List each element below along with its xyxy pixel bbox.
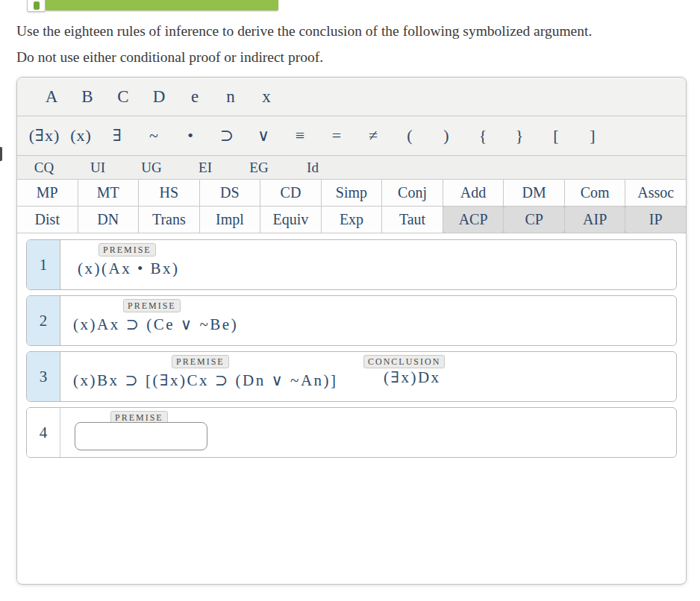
conclusion-formula: (∃x)Dx — [384, 368, 441, 387]
symbol-button-8[interactable]: = — [319, 126, 355, 145]
rule-button-Equiv[interactable]: Equiv — [260, 207, 321, 233]
premise-formula: (x)Bx ⊃ [(∃x)Cx ⊃ (Dn ∨ ~An)] — [73, 371, 338, 390]
rule-button-Dist[interactable]: Dist — [17, 207, 78, 233]
proof-line-1: 1PREMISE(x)(Ax • Bx) — [26, 239, 677, 290]
symbol-palette: (∃x)(x)∃~•⊃∨≡=≠(){}[] — [17, 116, 686, 156]
symbol-button-4[interactable]: • — [172, 126, 209, 145]
rule-button-HS[interactable]: HS — [139, 180, 199, 206]
letter-button-C[interactable]: C — [105, 87, 141, 107]
rule-button-Assoc[interactable]: Assoc — [625, 180, 686, 206]
progress-step-box — [27, 0, 46, 12]
rule-button-UI[interactable]: UI — [71, 156, 125, 179]
line-number: 3 — [27, 352, 60, 401]
symbol-button-7[interactable]: ≡ — [282, 126, 319, 145]
symbol-button-15[interactable]: ] — [575, 126, 611, 145]
rule-button-DM[interactable]: DM — [504, 180, 564, 206]
proof-line-3: 3PREMISE(x)Bx ⊃ [(∃x)Cx ⊃ (Dn ∨ ~An)]CON… — [26, 351, 677, 402]
letter-button-A[interactable]: A — [34, 87, 69, 107]
symbol-button-9[interactable]: ≠ — [355, 126, 392, 145]
rule-button-DN[interactable]: DN — [78, 207, 139, 233]
premise-badge: PREMISE — [172, 355, 229, 368]
proof-builder-panel: ABCDenx (∃x)(x)∃~•⊃∨≡=≠(){}[] CQUIUGEIEG… — [16, 77, 687, 585]
instructions-line2: Do not use either conditional proof or i… — [16, 44, 688, 70]
line-number: 2 — [27, 296, 60, 345]
left-edge-mark — [0, 147, 2, 161]
symbol-button-0[interactable]: (∃x) — [26, 126, 63, 145]
proof-area: 1PREMISE(x)(Ax • Bx)2PREMISE(x)Ax ⊃ (Ce … — [17, 233, 686, 582]
rule-button-EI[interactable]: EI — [178, 156, 232, 179]
premise-formula: (x)Ax ⊃ (Ce ∨ ~Be) — [73, 315, 238, 334]
symbol-button-13[interactable]: } — [501, 126, 538, 145]
rule-button-UG[interactable]: UG — [125, 156, 178, 179]
premise-formula: (x)(Ax • Bx) — [78, 259, 180, 278]
letter-button-n[interactable]: n — [213, 87, 249, 107]
rule-button-DS[interactable]: DS — [200, 180, 260, 206]
rule-button-Exp[interactable]: Exp — [322, 207, 382, 233]
rule-button-ACP: ACP — [443, 207, 504, 233]
symbol-button-1[interactable]: (x) — [63, 126, 99, 145]
quantifier-rule-bar: CQUIUGEIEGId — [17, 156, 686, 180]
conclusion-badge: CONCLUSION — [363, 355, 445, 368]
letter-palette: ABCDenx — [17, 78, 686, 116]
symbol-button-2[interactable]: ∃ — [99, 126, 136, 145]
line-number: 1 — [27, 240, 60, 289]
symbol-button-5[interactable]: ⊃ — [209, 126, 246, 145]
rule-button-Trans[interactable]: Trans — [139, 207, 199, 233]
progress-bar — [46, 0, 278, 10]
rule-button-Simp[interactable]: Simp — [322, 180, 382, 206]
progress-step-icon — [34, 1, 40, 10]
letter-button-x[interactable]: x — [249, 87, 284, 107]
symbol-button-12[interactable]: { — [465, 126, 501, 145]
letter-button-e[interactable]: e — [177, 87, 213, 107]
rule-button-AIP: AIP — [565, 207, 625, 233]
rule-button-CQ[interactable]: CQ — [17, 156, 71, 179]
rule-button-MP[interactable]: MP — [17, 180, 78, 206]
rule-button-Taut[interactable]: Taut — [382, 207, 443, 233]
rule-button-Id[interactable]: Id — [286, 156, 340, 179]
premise-input[interactable] — [75, 422, 207, 450]
premise-badge: PREMISE — [99, 243, 156, 257]
proof-line-4: 4PREMISE — [26, 407, 677, 458]
premise-badge: PREMISE — [123, 299, 181, 312]
letter-button-B[interactable]: B — [69, 87, 105, 107]
letter-button-D[interactable]: D — [141, 87, 177, 107]
rule-button-CP: CP — [504, 207, 564, 233]
symbol-button-3[interactable]: ~ — [136, 126, 172, 145]
rule-button-Impl[interactable]: Impl — [200, 207, 260, 233]
rule-button-MT[interactable]: MT — [78, 180, 139, 206]
rule-button-Add[interactable]: Add — [443, 180, 504, 206]
rule-button-Conj[interactable]: Conj — [382, 180, 443, 206]
symbol-button-11[interactable]: ) — [428, 126, 465, 145]
instructions-line1: Use the eighteen rules of inference to d… — [16, 18, 688, 44]
rule-button-CD[interactable]: CD — [260, 180, 321, 206]
symbol-button-6[interactable]: ∨ — [246, 126, 282, 145]
instructions: Use the eighteen rules of inference to d… — [16, 18, 688, 70]
symbol-button-10[interactable]: ( — [392, 126, 428, 145]
rule-button-IP: IP — [625, 207, 686, 233]
symbol-button-14[interactable]: [ — [538, 126, 575, 145]
line-number: 4 — [27, 408, 60, 457]
proof-line-2: 2PREMISE(x)Ax ⊃ (Ce ∨ ~Be) — [26, 295, 677, 346]
rule-button-EG[interactable]: EG — [232, 156, 286, 179]
inference-rule-grid: MPMTHSDSCDSimpConjAddDMComAssocDistDNTra… — [17, 180, 686, 233]
rule-button-Com[interactable]: Com — [565, 180, 625, 206]
